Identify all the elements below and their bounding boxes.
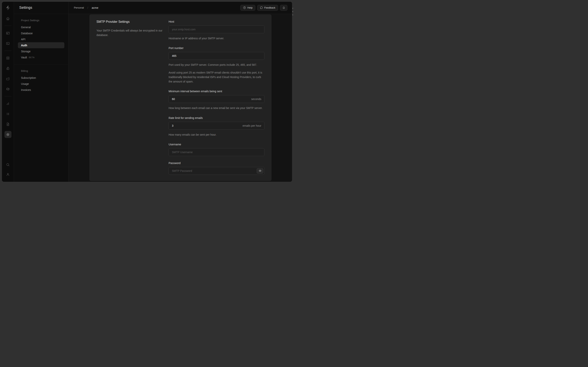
sidebar-item-auth[interactable]: Auth [18, 42, 64, 48]
content-area: SMTP Provider Settings Your SMTP Credent… [68, 14, 292, 182]
section-title: SMTP Provider Settings [97, 20, 163, 24]
authentication-icon[interactable] [4, 65, 11, 72]
breadcrumb-separator: / [87, 6, 88, 9]
settings-sidebar: Settings Project Settings General Databa… [14, 2, 68, 182]
help-label: Help [247, 6, 253, 9]
host-helper: Hostname or IP address of your SMTP serv… [169, 36, 265, 41]
eye-icon [259, 169, 262, 172]
nav-section-label: Billing [14, 69, 68, 74]
sidebar-item-invoices[interactable]: Invoices [18, 87, 64, 93]
username-label: Username [169, 143, 265, 146]
reports-icon[interactable] [4, 100, 11, 107]
rate-label: Rate limit for sending emails [169, 116, 265, 119]
speech-bubble-icon [260, 6, 263, 9]
icon-rail [2, 2, 14, 182]
edge-functions-icon[interactable] [4, 85, 11, 92]
settings-icon[interactable] [4, 131, 11, 138]
user-icon[interactable] [4, 171, 11, 178]
table-editor-icon[interactable] [4, 30, 11, 37]
beta-badge: BETA [29, 56, 35, 58]
scrollbar-dot [292, 8, 293, 9]
section-description: Your SMTP Credentials will always be enc… [97, 28, 163, 37]
page-title: Settings [19, 6, 32, 10]
rate-input[interactable] [169, 122, 265, 130]
feedback-button[interactable]: Feedback [257, 5, 278, 11]
port-helper-2: Avoid using port 25 as modern SMTP email… [169, 70, 265, 84]
smtp-form: Host Hostname or IP address of your SMTP… [169, 20, 265, 175]
page-scrollbar[interactable] [292, 8, 294, 15]
breadcrumb-project[interactable]: acme [92, 6, 98, 9]
host-field-group: Host Hostname or IP address of your SMTP… [169, 20, 265, 41]
password-field-group: Password [169, 161, 265, 175]
sidebar-item-database[interactable]: Database [18, 30, 64, 36]
scrollbar-dot [292, 11, 293, 12]
logs-icon[interactable] [4, 110, 11, 117]
sidebar-item-storage[interactable]: Storage [18, 48, 64, 54]
sidebar-header: Settings [14, 2, 68, 14]
bell-icon [282, 6, 285, 9]
rail-divider [4, 50, 11, 51]
section-intro: SMTP Provider Settings Your SMTP Credent… [97, 20, 169, 175]
sidebar-item-general[interactable]: General [18, 24, 64, 30]
host-input[interactable] [169, 25, 265, 33]
help-circle-icon [243, 6, 246, 9]
port-field-group: Port number Port used by your SMTP serve… [169, 47, 265, 84]
password-label: Password [169, 161, 265, 165]
rail-divider [4, 26, 11, 26]
feedback-label: Feedback [264, 6, 275, 9]
sql-editor-icon[interactable] [4, 40, 11, 47]
username-input[interactable] [169, 148, 265, 156]
supabase-logo-icon[interactable] [5, 4, 11, 11]
search-icon[interactable] [4, 161, 11, 168]
rate-helper: How many emails can be sent per hour. [169, 133, 265, 137]
username-field-group: Username [169, 143, 265, 156]
nav-section-label: Project Settings [14, 19, 68, 23]
breadcrumb-org[interactable]: Personal [74, 6, 84, 9]
storage-icon[interactable] [4, 75, 11, 82]
port-label: Port number [169, 47, 265, 50]
notifications-button[interactable] [280, 5, 287, 11]
password-input[interactable] [169, 167, 265, 175]
sidebar-item-api[interactable]: API [18, 36, 64, 42]
reveal-password-button[interactable] [257, 168, 263, 174]
database-icon[interactable] [4, 54, 11, 61]
port-helper-1: Port used by your SMTP server. Common po… [169, 63, 265, 67]
project-settings-nav: Project Settings General Database API Au… [14, 14, 68, 60]
interval-helper: How long between each email can a new em… [169, 106, 265, 110]
interval-input[interactable] [169, 95, 265, 103]
sidebar-item-subscription[interactable]: Subscription [18, 75, 64, 81]
port-input[interactable] [169, 52, 265, 60]
billing-nav: Billing Subscription Usage Invoices [14, 65, 68, 93]
help-button[interactable]: Help [240, 5, 255, 11]
interval-label: Minimum interval between emails being se… [169, 90, 265, 93]
interval-field-group: Minimum interval between emails being se… [169, 90, 265, 110]
app-window: Settings Project Settings General Databa… [2, 2, 292, 182]
docs-icon[interactable] [4, 121, 11, 128]
scrollbar-dot [292, 14, 293, 15]
rail-divider [4, 96, 11, 96]
main-area: Personal / acme Help Feed [68, 2, 292, 182]
topbar: Personal / acme Help Feed [68, 2, 292, 14]
home-icon[interactable] [4, 15, 11, 22]
topbar-actions: Help Feedback [240, 5, 287, 11]
breadcrumb: Personal / acme [74, 6, 98, 9]
smtp-settings-panel: SMTP Provider Settings Your SMTP Credent… [89, 14, 271, 181]
sidebar-item-vault[interactable]: Vault BETA [18, 54, 64, 60]
sidebar-item-usage[interactable]: Usage [18, 81, 64, 87]
rate-field-group: Rate limit for sending emails emails per… [169, 116, 265, 137]
sidebar-item-label: Vault [21, 56, 27, 59]
host-label: Host [169, 20, 265, 23]
